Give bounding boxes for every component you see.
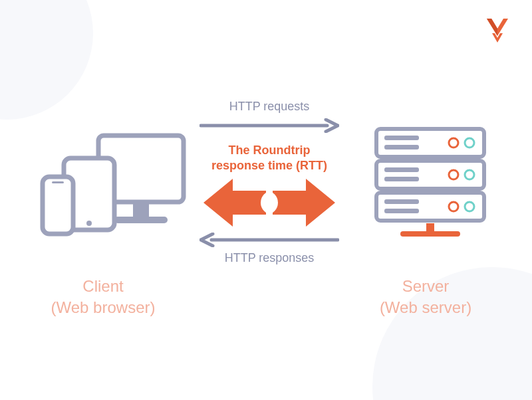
svg-rect-19 [384, 209, 419, 213]
svg-rect-18 [384, 199, 419, 204]
svg-point-4 [86, 221, 92, 226]
server-title: Server [359, 276, 492, 297]
svg-point-20 [449, 202, 458, 211]
svg-point-15 [449, 170, 458, 179]
svg-rect-8 [384, 136, 419, 140]
brand-logo-icon [485, 16, 509, 45]
svg-rect-22 [426, 223, 434, 231]
arrow-left-icon [200, 233, 339, 247]
server-subtitle: (Web server) [359, 297, 492, 318]
server-icon [374, 126, 487, 243]
rtt-label-line-1: The Roundtrip [200, 143, 339, 158]
client-subtitle: (Web browser) [33, 297, 173, 318]
svg-rect-6 [52, 181, 64, 183]
client-title: Client [33, 276, 173, 297]
svg-rect-17 [376, 193, 484, 221]
client-label: Client (Web browser) [33, 276, 173, 319]
server-label: Server (Web server) [359, 276, 492, 319]
rtt-label-line-2: response time (RTT) [200, 158, 339, 173]
background-shape [0, 0, 93, 120]
arrow-right-icon [200, 118, 339, 133]
svg-rect-12 [376, 161, 484, 189]
client-devices-icon [40, 133, 186, 239]
svg-rect-9 [384, 145, 419, 150]
svg-point-11 [465, 138, 474, 148]
svg-point-21 [465, 202, 474, 211]
svg-rect-23 [400, 231, 460, 237]
http-requests-label: HTTP requests [203, 100, 336, 114]
svg-rect-13 [384, 167, 419, 172]
svg-rect-7 [376, 129, 484, 157]
svg-rect-14 [384, 177, 419, 181]
http-responses-label: HTTP responses [203, 251, 336, 265]
rtt-arrows-icon [200, 176, 339, 229]
svg-rect-2 [114, 217, 168, 223]
svg-rect-5 [43, 177, 73, 234]
svg-point-10 [449, 138, 458, 148]
svg-rect-1 [133, 202, 149, 217]
rtt-label: The Roundtrip response time (RTT) [200, 143, 339, 173]
svg-point-16 [465, 170, 474, 179]
